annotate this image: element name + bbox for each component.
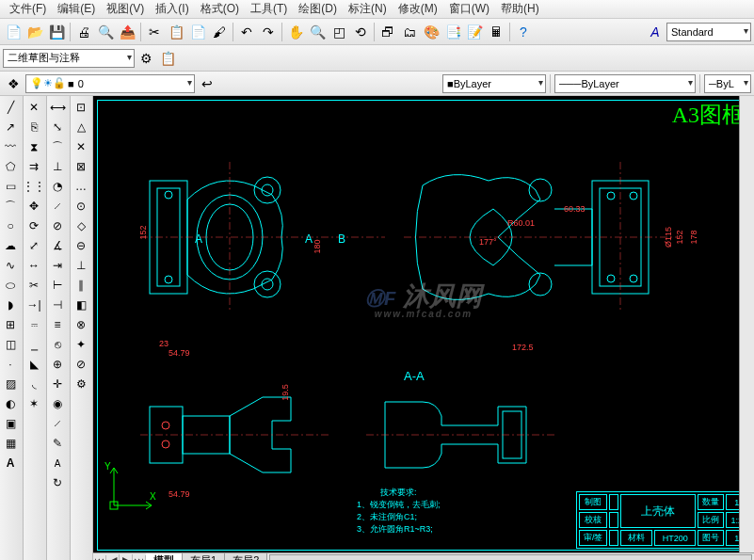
sheet-set-icon[interactable]: 📑 — [442, 22, 463, 42]
diminspect-icon[interactable]: ◉ — [48, 394, 67, 413]
menu-edit[interactable]: 编辑(E) — [52, 0, 101, 19]
dimedit-icon[interactable]: ✎ — [48, 434, 67, 453]
layer-manager-icon[interactable]: ❖ — [3, 73, 24, 94]
snap-none-icon[interactable]: ⊘ — [72, 355, 90, 374]
hatch-icon[interactable]: ▨ — [1, 375, 20, 393]
stretch-icon[interactable]: ↔ — [24, 256, 43, 275]
publish-icon[interactable]: 📤 — [117, 22, 137, 42]
snap-ext-icon[interactable]: … — [72, 177, 90, 196]
dimdia-icon[interactable]: ⊘ — [48, 216, 67, 235]
snap-node-icon[interactable]: ⊗ — [72, 315, 90, 334]
copy2-icon[interactable]: ⎘ — [24, 118, 43, 136]
point-icon[interactable]: · — [1, 355, 20, 374]
help-icon[interactable]: ? — [513, 22, 534, 42]
dimtedit-icon[interactable]: A — [48, 454, 67, 472]
workspace-combo[interactable]: 二维草图与注释 — [3, 49, 135, 68]
snap-end-icon[interactable]: ⊡ — [72, 98, 90, 117]
redo-icon[interactable]: ↷ — [258, 22, 279, 42]
lineweight-combo[interactable]: ─ ByL — [704, 74, 751, 93]
tab-first-icon[interactable]: ⏮ — [93, 555, 106, 561]
chamfer-icon[interactable]: ◣ — [24, 355, 43, 374]
arc-icon[interactable]: ⌒ — [1, 197, 20, 216]
dimjog-icon[interactable]: ⟋ — [48, 197, 67, 216]
snap-appint-icon[interactable]: ⊠ — [72, 157, 90, 176]
tool-palette-icon[interactable]: 🎨 — [421, 22, 441, 42]
array-icon[interactable]: ⋮⋮ — [24, 177, 43, 196]
tab-next-icon[interactable]: ▶ — [120, 554, 133, 560]
mtext-icon[interactable]: A — [1, 454, 20, 472]
menu-modify[interactable]: 修改(M) — [393, 0, 443, 19]
menu-view[interactable]: 视图(V) — [101, 0, 150, 19]
menu-draw[interactable]: 绘图(D) — [293, 0, 343, 19]
menu-insert[interactable]: 插入(I) — [150, 0, 194, 19]
dimspace-icon[interactable]: ≡ — [48, 315, 67, 334]
open-icon[interactable]: 📂 — [24, 22, 45, 42]
workspace-settings-icon[interactable]: ⚙ — [136, 48, 156, 69]
tab-layout1[interactable]: 布局1 — [183, 553, 225, 561]
snap-qua-icon[interactable]: ◇ — [72, 216, 90, 235]
dimrad-icon[interactable]: ◔ — [48, 177, 67, 196]
snap-int-icon[interactable]: ✕ — [72, 137, 90, 156]
zoom-window-icon[interactable]: ◰ — [329, 22, 349, 42]
snap-per-icon[interactable]: ⊥ — [72, 256, 90, 275]
dimbase-icon[interactable]: ⊢ — [48, 276, 67, 295]
snap-set-icon[interactable]: ⚙ — [72, 375, 90, 393]
calc-icon[interactable]: 🖩 — [486, 22, 506, 42]
dimcont-icon[interactable]: ⊣ — [48, 296, 67, 314]
block-icon[interactable]: ◫ — [1, 335, 20, 354]
style-combo[interactable]: Standard — [666, 23, 751, 41]
preview-icon[interactable]: 🔍 — [95, 22, 116, 42]
vertical-scrollbar[interactable] — [739, 96, 754, 552]
trim-icon[interactable]: ✂ — [24, 276, 43, 295]
color-combo[interactable]: ■ ByLayer — [442, 74, 546, 93]
undo-icon[interactable]: ↶ — [236, 22, 257, 42]
tab-last-icon[interactable]: ⏭ — [133, 555, 146, 561]
join-icon[interactable]: ⎯ — [24, 335, 43, 354]
ellipse-icon[interactable]: ⬭ — [1, 276, 20, 295]
rotate-icon[interactable]: ⟳ — [24, 216, 43, 235]
dimord-icon[interactable]: ⊥ — [48, 157, 67, 176]
spline-icon[interactable]: ∿ — [1, 256, 20, 275]
snap-par-icon[interactable]: ∥ — [72, 276, 90, 295]
drawing-canvas[interactable]: A3图框 152 54.79 23 A A B 180 177° R60.01 — [93, 96, 754, 552]
pline-icon[interactable]: 〰 — [1, 137, 20, 156]
layer-combo[interactable]: 💡☀🔓■ 0 — [25, 74, 195, 93]
linetype-combo[interactable]: ─── ByLayer — [554, 74, 696, 93]
tab-prev-icon[interactable]: ◀ — [106, 554, 120, 560]
line-icon[interactable]: ╱ — [1, 98, 20, 117]
workspace-save-icon[interactable]: 📋 — [157, 48, 178, 69]
zoom-prev-icon[interactable]: ⟲ — [350, 22, 371, 42]
tab-layout2[interactable]: 布局2 — [225, 553, 267, 561]
gradient-icon[interactable]: ◐ — [1, 394, 20, 413]
copy-icon[interactable]: 📋 — [166, 22, 186, 42]
offset-icon[interactable]: ⇉ — [24, 157, 43, 176]
tab-model[interactable]: 模型 — [146, 553, 183, 561]
snap-tan-icon[interactable]: ⊖ — [72, 236, 90, 255]
new-icon[interactable]: 📄 — [3, 22, 24, 42]
snap-ins-icon[interactable]: ◧ — [72, 296, 90, 314]
insert-icon[interactable]: ⊞ — [1, 315, 20, 334]
dimang-icon[interactable]: ∡ — [48, 236, 67, 255]
match-icon[interactable]: 🖌 — [209, 22, 230, 42]
extend-icon[interactable]: →| — [24, 296, 43, 314]
pan-icon[interactable]: ✋ — [285, 22, 306, 42]
mirror-icon[interactable]: ⧗ — [24, 137, 43, 156]
rect-icon[interactable]: ▭ — [1, 177, 20, 196]
explode-icon[interactable]: ✶ — [24, 394, 43, 413]
circle-icon[interactable]: ○ — [1, 216, 20, 235]
cut-icon[interactable]: ✂ — [144, 22, 165, 42]
dimbreak-icon[interactable]: ⎋ — [48, 335, 67, 354]
snap-near-icon[interactable]: ✦ — [72, 335, 90, 354]
textstyle-icon[interactable]: A — [645, 22, 666, 42]
menu-tools[interactable]: 工具(T) — [245, 0, 293, 19]
tolerance-icon[interactable]: ⊕ — [48, 355, 67, 374]
polygon-icon[interactable]: ⬠ — [1, 157, 20, 176]
menu-window[interactable]: 窗口(W) — [443, 0, 495, 19]
menu-format[interactable]: 格式(O) — [195, 0, 245, 19]
dimlinear-icon[interactable]: ⟷ — [48, 98, 67, 117]
region-icon[interactable]: ▣ — [1, 414, 20, 433]
menu-help[interactable]: 帮助(H) — [495, 0, 545, 19]
dimarc-icon[interactable]: ⌒ — [48, 137, 67, 156]
dimaligned-icon[interactable]: ⤡ — [48, 118, 67, 136]
paste-icon[interactable]: 📄 — [187, 22, 208, 42]
